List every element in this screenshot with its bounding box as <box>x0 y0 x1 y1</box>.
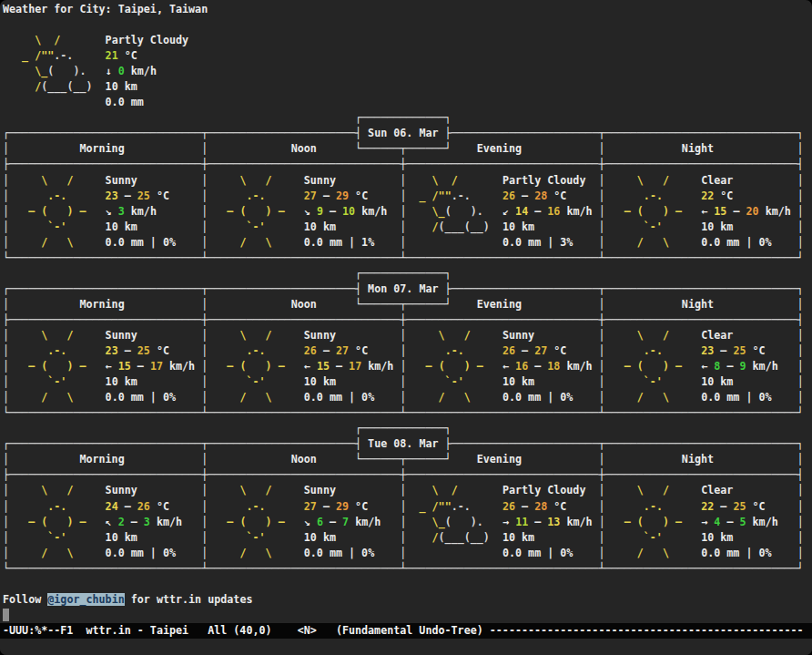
terminal-line: │ Morning │ Noon └──────┬──────┘ Evening… <box>3 141 812 157</box>
terminal-line: │ .-. 23 – 25 °C │ .-. 26 – 27 °C │ .-. … <box>3 343 812 359</box>
terminal-line: │ ― ( ) ― ↖ 2 – 3 km/h │ ― ( ) ― ↘ 6 – 7… <box>3 515 812 530</box>
emacs-modeline: -UUU:%*--F1 wttr.in - Taipei All (40,0) … <box>0 623 812 639</box>
terminal-line: Follow @igor_chubin for wttr.in updates <box>3 592 812 608</box>
terminal-line: │ / \ 0.0 mm | 0% │ / \ 0.0 mm | 0% │ 0.… <box>3 546 812 561</box>
terminal-line: │ / \ 0.0 mm | 0% │ / \ 0.0 mm | 0% │ / … <box>3 390 812 405</box>
terminal-line: │ .-. 24 – 26 °C │ .-. 27 – 29 °C │ _ /"… <box>3 499 812 515</box>
terminal-line <box>3 608 812 623</box>
terminal-line: │ `-' 10 km │ `-' 10 km │ /(___(__) 10 k… <box>3 220 812 235</box>
terminal-line: │ ― ( ) ― ↘ 3 km/h │ ― ( ) ― ↘ 9 – 10 km… <box>3 204 812 220</box>
cursor-block <box>3 609 9 621</box>
terminal-line: ┌──────────────────────────────┬────────… <box>3 436 812 452</box>
terminal-line: │ \ / Sunny │ \ / Sunny │ \ / Partly Clo… <box>3 173 812 189</box>
terminal-line: │ `-' 10 km │ `-' 10 km │ `-' 10 km │ `-… <box>3 374 812 390</box>
terminal-line: ┌──────────────────────────────┬────────… <box>3 281 812 297</box>
terminal-line <box>3 17 812 33</box>
terminal-line: \_( ). ↓ 0 km/h <box>3 64 812 79</box>
terminal-output[interactable]: Weather for City: Taipei, Taiwan \ / Par… <box>0 0 812 623</box>
terminal-line: _ /"".-. 21 °C <box>3 48 812 64</box>
terminal-line: │ Morning │ Noon └──────┬──────┘ Evening… <box>3 297 812 312</box>
terminal-line: Weather for City: Taipei, Taiwan <box>3 2 812 17</box>
terminal-line: /(___(__) 10 km <box>3 79 812 95</box>
terminal-line: ├──────────────────────────────┼────────… <box>3 312 812 328</box>
terminal-line: └──────────────────────────────┴────────… <box>3 561 812 577</box>
terminal-line: ┌─────────────┐ <box>3 421 812 436</box>
terminal-line <box>3 577 812 592</box>
twitter-handle-link[interactable]: @igor_chubin <box>47 593 124 606</box>
terminal-line: ├──────────────────────────────┼────────… <box>3 157 812 172</box>
terminal-line: │ / \ 0.0 mm | 0% │ / \ 0.0 mm | 1% │ 0.… <box>3 235 812 251</box>
terminal-line: │ \ / Sunny │ \ / Sunny │ \ / Partly Clo… <box>3 483 812 498</box>
echo-area <box>0 639 812 655</box>
terminal-line: ├──────────────────────────────┼────────… <box>3 467 812 483</box>
terminal-line: └──────────────────────────────┴────────… <box>3 405 812 421</box>
terminal-line: └──────────────────────────────┴────────… <box>3 251 812 266</box>
terminal-window: Weather for City: Taipei, Taiwan \ / Par… <box>0 0 812 655</box>
terminal-line: │ \ / Sunny │ \ / Sunny │ \ / Sunny │ \ … <box>3 328 812 343</box>
terminal-line: 0.0 mm <box>3 95 812 110</box>
terminal-line: ┌─────────────┐ <box>3 110 812 126</box>
terminal-line: ┌─────────────┐ <box>3 266 812 281</box>
terminal-line: \ / Partly Cloudy <box>3 33 812 48</box>
terminal-line: │ Morning │ Noon └──────┬──────┘ Evening… <box>3 452 812 467</box>
terminal-line: ┌──────────────────────────────┬────────… <box>3 126 812 141</box>
terminal-line: │ `-' 10 km │ `-' 10 km │ /(___(__) 10 k… <box>3 530 812 546</box>
terminal-line: │ ― ( ) ― ← 15 – 17 km/h │ ― ( ) ― ← 15 … <box>3 359 812 374</box>
terminal-line: │ .-. 23 – 25 °C │ .-. 27 – 29 °C │ _ /"… <box>3 189 812 204</box>
